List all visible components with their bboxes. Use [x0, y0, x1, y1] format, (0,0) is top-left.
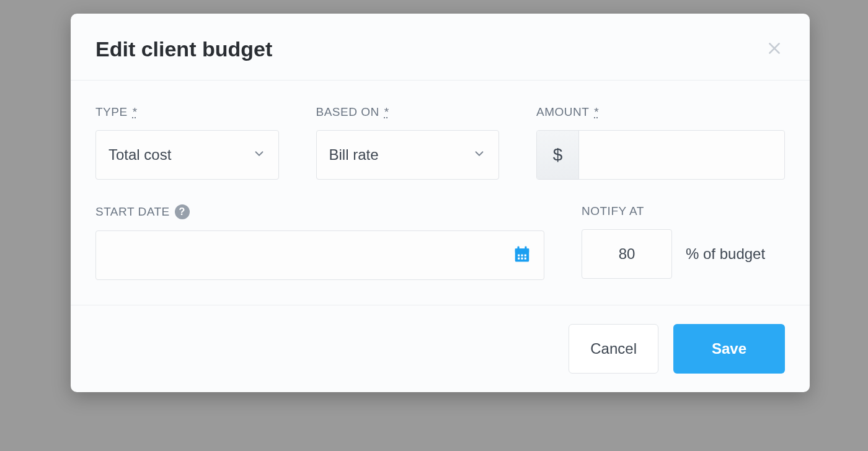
svg-rect-11 — [525, 258, 526, 260]
form-row-2: START DATE ? — [95, 204, 785, 280]
startdate-label-text: START DATE — [95, 205, 170, 219]
notify-input[interactable] — [582, 229, 672, 279]
startdate-label: START DATE ? — [95, 204, 544, 219]
svg-rect-4 — [518, 247, 520, 250]
modal-body: TYPE * Total cost BASED ON * — [71, 81, 810, 305]
basedon-select[interactable]: Bill rate — [316, 130, 500, 180]
modal-header: Edit client budget — [71, 14, 810, 81]
amount-input[interactable] — [579, 131, 784, 179]
calendar-icon — [513, 245, 531, 266]
edit-client-budget-modal: Edit client budget TYPE * Total cost — [71, 14, 810, 392]
startdate-picker[interactable] — [95, 230, 544, 280]
svg-rect-10 — [521, 258, 523, 260]
required-indicator: * — [384, 105, 389, 119]
svg-rect-5 — [525, 247, 526, 250]
type-field-group: TYPE * Total cost — [95, 105, 279, 180]
type-label-text: TYPE — [95, 105, 128, 119]
required-indicator: * — [133, 105, 138, 119]
save-button[interactable]: Save — [673, 324, 785, 374]
basedon-field-group: BASED ON * Bill rate — [316, 105, 500, 180]
help-icon[interactable]: ? — [175, 204, 190, 219]
notify-row: % of budget — [582, 229, 785, 279]
basedon-label: BASED ON * — [316, 105, 500, 119]
notify-field-group: NOTIFY AT % of budget — [582, 204, 785, 280]
chevron-down-icon — [472, 147, 486, 163]
amount-label: AMOUNT * — [536, 105, 785, 119]
notify-label: NOTIFY AT — [582, 204, 785, 218]
basedon-select-value: Bill rate — [329, 146, 379, 164]
amount-field-group: AMOUNT * $ — [536, 105, 785, 180]
svg-rect-3 — [515, 248, 529, 252]
notify-label-text: NOTIFY AT — [582, 204, 644, 218]
amount-label-text: AMOUNT — [536, 105, 589, 119]
cancel-button[interactable]: Cancel — [569, 324, 658, 374]
chevron-down-icon — [252, 147, 266, 163]
type-select-value: Total cost — [108, 146, 171, 164]
modal-footer: Cancel Save — [71, 305, 810, 392]
startdate-field-group: START DATE ? — [95, 204, 544, 280]
currency-prefix: $ — [537, 131, 579, 179]
svg-rect-6 — [518, 255, 520, 256]
basedon-label-text: BASED ON — [316, 105, 379, 119]
type-select[interactable]: Total cost — [95, 130, 279, 180]
svg-rect-8 — [525, 255, 526, 256]
type-label: TYPE * — [95, 105, 279, 119]
close-button[interactable] — [764, 38, 785, 61]
close-icon — [766, 40, 782, 58]
modal-title: Edit client budget — [95, 37, 272, 61]
required-indicator: * — [594, 105, 599, 119]
startdate-input[interactable] — [108, 247, 513, 264]
notify-suffix: % of budget — [686, 245, 765, 263]
svg-rect-7 — [521, 255, 523, 256]
form-row-1: TYPE * Total cost BASED ON * — [95, 105, 785, 180]
svg-rect-9 — [518, 258, 520, 260]
amount-input-wrap: $ — [536, 130, 785, 180]
